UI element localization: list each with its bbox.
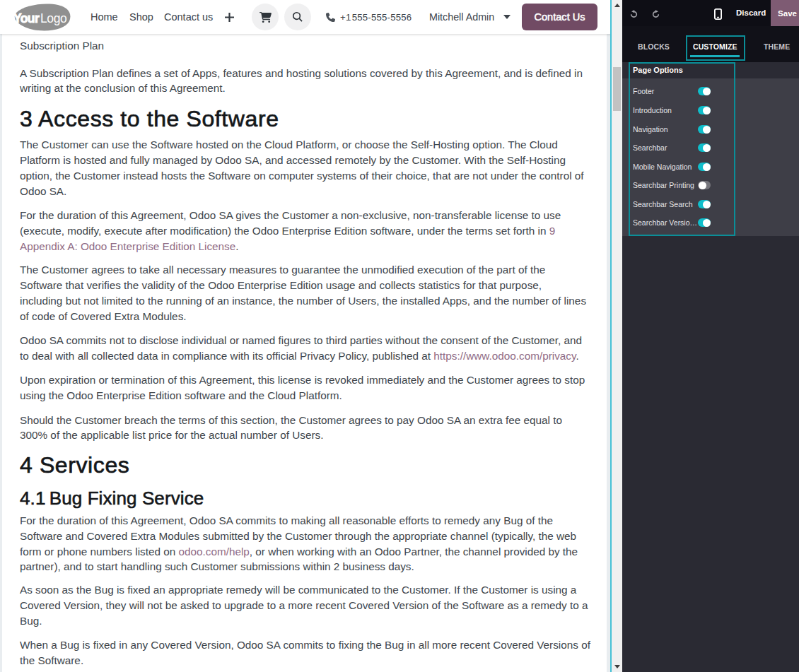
svg-text:Your: Your xyxy=(13,11,40,25)
svg-text:Logo: Logo xyxy=(40,11,66,25)
